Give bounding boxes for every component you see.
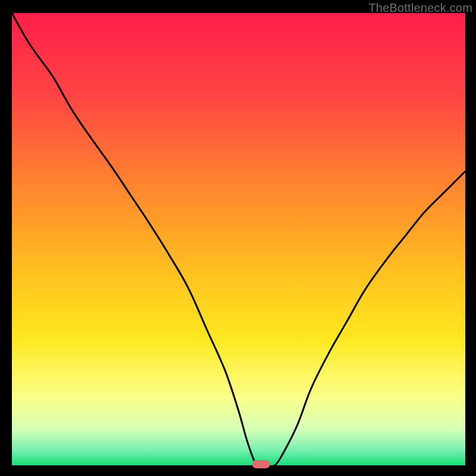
- chart-frame: TheBottleneck.com: [0, 0, 476, 476]
- gradient-background: [12, 13, 465, 465]
- notch-marker: [252, 460, 270, 468]
- chart-svg: [12, 13, 465, 465]
- watermark-text: TheBottleneck.com: [368, 1, 472, 15]
- chart-plot-area: [12, 13, 465, 465]
